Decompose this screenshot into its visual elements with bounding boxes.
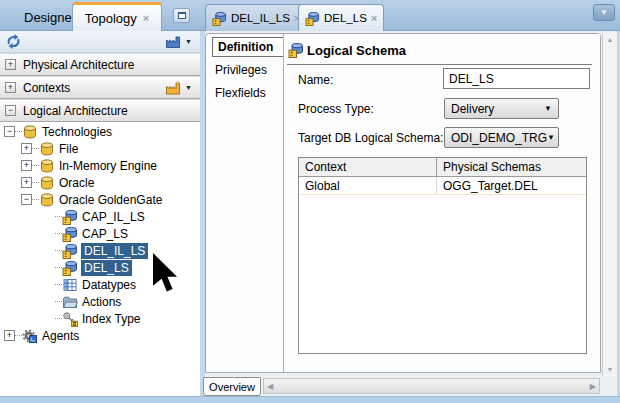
cell-physical-schema: OGG_Target.DEL <box>436 177 586 194</box>
chevron-down-icon: ▼ <box>185 38 192 45</box>
topology-toolbar: ▼ <box>0 31 200 53</box>
horizontal-scrollbar[interactable]: ◀ ▶ <box>263 378 600 394</box>
expand-icon[interactable]: + <box>21 160 32 171</box>
tree-item-agents[interactable]: + Agents <box>0 327 200 344</box>
logical-schema-icon <box>288 42 304 58</box>
scroll-right-icon[interactable]: ▶ <box>590 382 596 391</box>
refresh-button[interactable] <box>5 33 22 50</box>
section-label: Contexts <box>23 81 70 95</box>
process-type-select[interactable]: Delivery ▼ <box>444 98 559 119</box>
definition-panel: Logical Schema Name: Process Type: Deliv… <box>283 34 600 372</box>
tree-item-label: Datatypes <box>82 278 136 292</box>
tree-item-file[interactable]: + File <box>0 140 200 157</box>
tree-item-label: Oracle <box>59 176 94 190</box>
collapse-icon[interactable]: − <box>4 126 15 137</box>
tree-item-label: Actions <box>82 295 121 309</box>
tree-item-label: File <box>59 142 78 156</box>
cell-context: Global <box>299 177 436 194</box>
odi-topology-window: Designer Topology × DEL_IL_LS × DEL_LS ×… <box>0 0 620 403</box>
factory-new-icon <box>165 80 181 96</box>
scroll-left-icon[interactable]: ◀ <box>267 382 273 391</box>
tree-item-label-selected: DEL_LS <box>81 260 132 276</box>
table-row[interactable]: Global OGG_Target.DEL <box>299 177 586 195</box>
tree-item-in-memory-engine[interactable]: + In-Memory Engine <box>0 157 200 174</box>
logical-schema-icon <box>62 260 78 276</box>
tree-item-technologies[interactable]: − Technologies <box>0 123 200 140</box>
process-type-value: Delivery <box>451 102 494 116</box>
collapse-icon[interactable]: − <box>5 105 16 116</box>
target-db-label: Target DB Logical Schema: <box>298 131 443 145</box>
tab-designer-label: Designer <box>24 10 76 25</box>
database-icon <box>39 192 55 208</box>
key-icon <box>62 311 78 327</box>
tree-item-oracle-goldengate[interactable]: − Oracle GoldenGate <box>0 191 200 208</box>
tab-overview-label: Overview <box>209 381 255 393</box>
process-type-label: Process Type: <box>298 102 374 116</box>
expand-icon[interactable]: + <box>5 59 16 70</box>
tab-flexfields[interactable]: Flexfields <box>215 86 266 100</box>
expand-icon[interactable]: + <box>21 143 32 154</box>
panel-header: Logical Schema <box>288 42 406 58</box>
tree-item-actions[interactable]: Actions <box>0 293 200 310</box>
new-context-button[interactable]: ▼ <box>165 80 192 96</box>
editor-tab-del-il-ls[interactable]: DEL_IL_LS × <box>205 4 307 31</box>
name-label: Name: <box>298 73 333 87</box>
section-contexts[interactable]: + Contexts ▼ <box>0 76 200 99</box>
section-label: Physical Architecture <box>23 58 134 72</box>
chevron-down-icon: ▼ <box>185 84 192 91</box>
tab-definition-label: Definition <box>218 40 273 54</box>
tab-overview[interactable]: Overview <box>203 377 261 396</box>
database-icon <box>22 124 38 140</box>
tab-list-dropdown-button[interactable]: ▼ <box>593 4 615 21</box>
database-icon <box>39 175 55 191</box>
logical-schema-icon <box>62 226 78 242</box>
logical-schema-icon <box>62 243 78 259</box>
scroll-up-icon[interactable]: ▲ <box>603 36 617 43</box>
agents-gear-icon <box>22 328 38 344</box>
minimize-panel-button[interactable] <box>173 8 190 23</box>
tab-topology[interactable]: Topology × <box>72 2 162 31</box>
restore-icon <box>178 12 186 19</box>
mouse-cursor-icon <box>151 253 179 293</box>
folder-icon <box>62 294 78 310</box>
tree-item-cap-ls[interactable]: CAP_LS <box>0 225 200 242</box>
tab-privileges-label: Privileges <box>215 63 267 77</box>
editor-tab-label: DEL_LS <box>324 12 367 24</box>
scroll-down-icon[interactable]: ▼ <box>603 366 617 373</box>
section-physical-architecture[interactable]: + Physical Architecture <box>0 53 200 76</box>
chevron-down-icon: ▼ <box>600 8 608 17</box>
tab-topology-label: Topology <box>85 11 137 26</box>
section-logical-architecture[interactable]: − Logical Architecture <box>0 99 200 122</box>
editor-tab-del-ls[interactable]: DEL_LS × <box>298 4 384 31</box>
header-underline <box>287 64 592 65</box>
close-icon[interactable]: × <box>143 13 149 24</box>
col-context: Context <box>299 158 436 176</box>
tree-item-oracle[interactable]: + Oracle <box>0 174 200 191</box>
database-icon <box>39 141 55 157</box>
refresh-icon <box>5 33 22 50</box>
close-icon[interactable]: × <box>371 13 377 24</box>
tree-item-cap-il-ls[interactable]: CAP_IL_LS <box>0 208 200 225</box>
new-object-button[interactable]: ▼ <box>165 34 192 50</box>
tab-definition[interactable]: Definition <box>212 37 284 57</box>
panel-header-title: Logical Schema <box>307 43 406 58</box>
tab-flexfields-label: Flexfields <box>215 86 266 100</box>
target-db-select[interactable]: ODI_DEMO_TRG ▼ <box>444 127 559 148</box>
name-input[interactable] <box>443 68 590 89</box>
expand-icon[interactable]: + <box>4 330 15 341</box>
bottom-edge <box>0 396 620 403</box>
collapse-icon[interactable]: − <box>21 194 32 205</box>
tree-item-label: Index Type <box>82 312 141 326</box>
tree-item-index-type[interactable]: Index Type <box>0 310 200 327</box>
target-db-value: ODI_DEMO_TRG <box>451 131 547 145</box>
expand-icon[interactable]: + <box>5 82 16 93</box>
tree-item-label: Oracle GoldenGate <box>59 193 162 207</box>
top-tab-strip: Designer Topology × DEL_IL_LS × DEL_LS ×… <box>0 0 620 31</box>
tab-privileges[interactable]: Privileges <box>215 63 267 77</box>
section-label: Logical Architecture <box>23 104 128 118</box>
chevron-down-icon: ▼ <box>547 133 555 142</box>
tree-item-label: Technologies <box>42 125 112 139</box>
vertical-scrollbar[interactable]: ▲ ▼ <box>602 33 617 376</box>
tree-item-label: CAP_LS <box>82 227 128 241</box>
expand-icon[interactable]: + <box>21 177 32 188</box>
